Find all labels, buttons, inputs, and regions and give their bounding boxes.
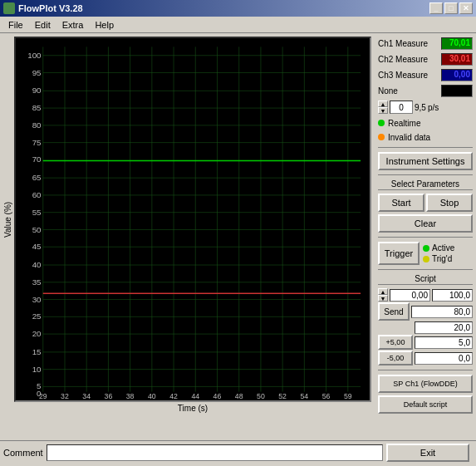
ch2-measure-label: Ch2 Measure xyxy=(378,55,441,64)
script-row-val3 xyxy=(378,321,473,334)
comment-label: Comment xyxy=(3,448,43,458)
svg-text:52: 52 xyxy=(278,392,287,400)
pps-value: 9,5 xyxy=(415,103,426,112)
svg-text:15: 15 xyxy=(32,347,42,356)
right-panel: Ch1 Measure 70,01 Ch2 Measure 30,01 Ch3 … xyxy=(376,33,476,440)
realtime-dot xyxy=(378,120,385,126)
menu-extra[interactable]: Extra xyxy=(57,18,89,32)
script-spinner-up[interactable]: ▲ xyxy=(378,288,388,295)
exit-button[interactable]: Exit xyxy=(386,444,469,462)
chart-area: Value (%) xyxy=(0,33,376,440)
menu-bar: File Edit Extra Help xyxy=(0,17,476,33)
spinner-down-button[interactable]: ▼ xyxy=(378,107,388,114)
script-spinner-down[interactable]: ▼ xyxy=(378,295,388,302)
title-bar: FlowPlot V3.28 _ □ ✕ xyxy=(0,0,476,17)
none-measure-label: None xyxy=(378,86,441,96)
chart-plot[interactable]: 100 95 90 85 80 75 70 65 60 55 50 45 40 … xyxy=(14,37,371,402)
script-val2-input[interactable] xyxy=(411,306,473,318)
sp-ch1-button[interactable]: SP Ch1 (FlowDDE) xyxy=(378,375,473,393)
ch3-measure-value: 0,00 xyxy=(441,69,473,81)
none-color-swatch xyxy=(441,85,473,97)
script-inputs: ▲ ▼ Send +5,00 -5,0 xyxy=(378,288,473,365)
svg-text:35: 35 xyxy=(32,277,42,287)
svg-text:80: 80 xyxy=(32,120,42,130)
start-button[interactable]: Start xyxy=(378,194,424,212)
svg-text:50: 50 xyxy=(257,392,265,400)
send-button[interactable]: Send xyxy=(378,302,410,321)
ch1-measure-row: Ch1 Measure 70,01 xyxy=(378,37,473,50)
svg-text:95: 95 xyxy=(32,68,42,77)
none-measure-row: None xyxy=(378,84,473,97)
svg-text:48: 48 xyxy=(235,392,243,400)
svg-text:59: 59 xyxy=(344,392,352,400)
spinner-buttons: ▲ ▼ xyxy=(378,101,388,114)
script-row-plus5: +5,00 xyxy=(378,335,473,350)
instrument-settings-button[interactable]: Instrument Settings xyxy=(378,152,473,170)
maximize-button[interactable]: □ xyxy=(444,2,458,14)
script-row-minus5: -5,00 xyxy=(378,351,473,365)
svg-text:44: 44 xyxy=(191,392,199,400)
app-icon xyxy=(3,2,15,14)
trigD-label: Trig'd xyxy=(432,254,452,263)
ch2-measure-row: Ch2 Measure 30,01 xyxy=(378,52,473,66)
y-axis-label: Value (%) xyxy=(3,37,12,402)
pps-unit: p/s xyxy=(428,103,439,112)
script-val3-input[interactable] xyxy=(415,321,473,334)
svg-text:54: 54 xyxy=(300,392,308,400)
menu-help[interactable]: Help xyxy=(90,18,119,32)
spinner-row: ▲ ▼ 9,5 p/s xyxy=(378,100,473,115)
x-axis-label: Time (s) xyxy=(14,404,371,413)
menu-edit[interactable]: Edit xyxy=(30,18,56,32)
script-main-input[interactable] xyxy=(390,289,430,302)
svg-text:10: 10 xyxy=(32,365,42,374)
start-stop-row: Start Stop xyxy=(378,194,473,212)
svg-text:25: 25 xyxy=(32,312,42,321)
comment-row: Comment Exit xyxy=(0,441,476,464)
script-val5-input[interactable] xyxy=(415,352,473,365)
trigD-dot xyxy=(423,256,429,262)
svg-text:50: 50 xyxy=(32,225,42,234)
svg-text:56: 56 xyxy=(322,392,331,400)
trigger-row: Trigger Active Trig'd xyxy=(378,242,473,265)
svg-text:90: 90 xyxy=(32,86,42,96)
close-button[interactable]: ✕ xyxy=(459,2,473,14)
ch3-measure-label: Ch3 Measure xyxy=(378,71,441,80)
ch3-measure-row: Ch3 Measure 0,00 xyxy=(378,68,473,81)
trigD-indicator-row: Trig'd xyxy=(423,254,454,263)
svg-text:20: 20 xyxy=(32,329,42,338)
svg-text:36: 36 xyxy=(105,392,113,400)
svg-text:40: 40 xyxy=(32,260,42,269)
script-main-row: ▲ ▼ xyxy=(378,288,473,302)
stop-button[interactable]: Stop xyxy=(426,194,473,212)
ch1-measure-label: Ch1 Measure xyxy=(378,39,441,48)
active-dot xyxy=(423,245,429,252)
plus5-button[interactable]: +5,00 xyxy=(378,335,413,350)
invalid-data-status-row: Invalid data xyxy=(378,131,473,143)
spinner-up-button[interactable]: ▲ xyxy=(378,101,388,107)
active-indicator-row: Active xyxy=(423,243,454,253)
svg-text:34: 34 xyxy=(82,392,91,400)
minimize-button[interactable]: _ xyxy=(429,2,443,14)
ch1-measure-value: 70,01 xyxy=(441,37,473,50)
svg-text:46: 46 xyxy=(213,392,222,400)
menu-file[interactable]: File xyxy=(3,18,28,32)
trigger-button[interactable]: Trigger xyxy=(378,242,420,265)
svg-text:42: 42 xyxy=(169,392,178,400)
invalid-data-dot xyxy=(378,134,385,140)
svg-text:85: 85 xyxy=(32,103,42,112)
script-val4-input[interactable] xyxy=(415,336,473,349)
script-val1-input[interactable] xyxy=(432,289,473,302)
default-script-button[interactable]: Default script xyxy=(378,395,473,414)
svg-text:32: 32 xyxy=(61,392,69,400)
minus5-button[interactable]: -5,00 xyxy=(378,351,413,365)
svg-text:65: 65 xyxy=(32,174,42,183)
select-parameters-label: Select Parameters xyxy=(378,179,473,190)
realtime-label: Realtime xyxy=(388,119,420,128)
spinner-input[interactable] xyxy=(390,101,413,114)
clear-button[interactable]: Clear xyxy=(378,214,473,233)
svg-text:60: 60 xyxy=(32,190,42,199)
svg-text:100: 100 xyxy=(27,51,41,60)
comment-input[interactable] xyxy=(47,444,383,461)
svg-text:75: 75 xyxy=(32,138,42,147)
svg-rect-0 xyxy=(16,38,370,400)
